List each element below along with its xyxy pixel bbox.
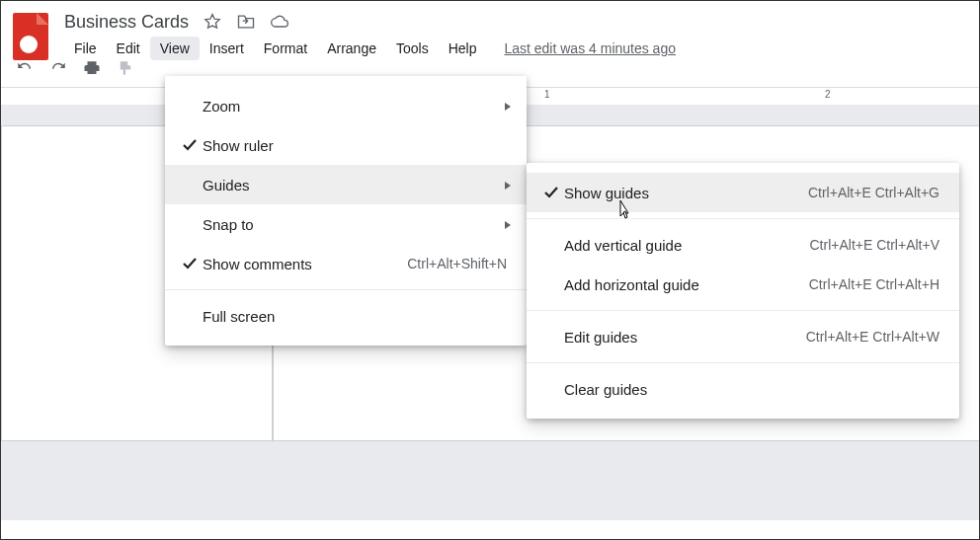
menu-item-show-ruler[interactable]: Show ruler	[165, 125, 527, 165]
ruler-mark: 1	[544, 89, 550, 100]
menu-separator	[527, 218, 959, 219]
star-icon[interactable]	[203, 12, 222, 32]
menu-shortcut: Ctrl+Alt+E Ctrl+Alt+V	[810, 237, 940, 253]
menu-tools[interactable]: Tools	[386, 37, 439, 60]
check-icon	[177, 256, 203, 271]
menu-label: Clear guides	[564, 381, 939, 398]
check-icon	[177, 137, 203, 153]
menu-label: Add horizontal guide	[564, 276, 809, 293]
menu-item-add-horizontal-guide[interactable]: Add horizontal guide Ctrl+Alt+E Ctrl+Alt…	[527, 265, 959, 304]
move-icon[interactable]	[236, 12, 256, 32]
menu-shortcut: Ctrl+Alt+E Ctrl+Alt+W	[806, 329, 939, 345]
menu-label: Zoom	[203, 98, 507, 115]
menu-format[interactable]: Format	[254, 37, 317, 60]
menu-item-zoom[interactable]: Zoom	[165, 86, 527, 125]
menu-item-guides[interactable]: Guides	[165, 165, 527, 204]
menu-view[interactable]: View	[150, 37, 200, 60]
submenu-arrow-icon	[503, 216, 513, 233]
paint-format-button[interactable]	[112, 54, 139, 82]
menu-separator	[527, 362, 959, 363]
menu-item-show-comments[interactable]: Show comments Ctrl+Alt+Shift+N	[165, 244, 527, 283]
menu-label: Add vertical guide	[564, 237, 810, 254]
menu-item-clear-guides[interactable]: Clear guides	[527, 369, 959, 409]
view-menu-dropdown: Zoom Show ruler Guides Snap to Show comm…	[165, 76, 527, 346]
menu-shortcut: Ctrl+Alt+E Ctrl+Alt+G	[808, 185, 939, 200]
menu-shortcut: Ctrl+Alt+Shift+N	[407, 256, 507, 271]
menu-item-show-guides[interactable]: Show guides Ctrl+Alt+E Ctrl+Alt+G	[527, 173, 959, 212]
menu-help[interactable]: Help	[439, 37, 487, 60]
check-icon	[538, 185, 564, 200]
menu-shortcut: Ctrl+Alt+E Ctrl+Alt+H	[809, 276, 939, 292]
menu-separator	[165, 289, 527, 290]
submenu-arrow-icon	[503, 98, 513, 115]
menu-label: Snap to	[203, 216, 507, 233]
menu-label: Guides	[203, 177, 507, 193]
last-edit-link[interactable]: Last edit was 4 minutes ago	[504, 40, 676, 56]
menu-label: Edit guides	[564, 329, 806, 346]
menu-label: Show guides	[564, 185, 808, 201]
guides-submenu: Show guides Ctrl+Alt+E Ctrl+Alt+G Add ve…	[527, 163, 959, 419]
document-title[interactable]: Business Cards	[64, 12, 189, 33]
menu-label: Show ruler	[203, 137, 507, 154]
menu-separator	[527, 310, 959, 311]
cloud-status-icon[interactable]	[270, 12, 289, 32]
app-icon	[13, 13, 48, 60]
menu-label: Full screen	[203, 308, 507, 325]
menu-bar: File Edit View Insert Format Arrange Too…	[64, 35, 676, 62]
menu-arrange[interactable]: Arrange	[317, 37, 386, 60]
redo-button[interactable]	[44, 54, 72, 82]
menu-item-snap-to[interactable]: Snap to	[165, 204, 527, 244]
menu-item-add-vertical-guide[interactable]: Add vertical guide Ctrl+Alt+E Ctrl+Alt+V	[527, 225, 959, 265]
menu-item-full-screen[interactable]: Full screen	[165, 296, 527, 336]
menu-item-edit-guides[interactable]: Edit guides Ctrl+Alt+E Ctrl+Alt+W	[527, 317, 959, 356]
title-bar: Business Cards File Edit View Insert For…	[1, 1, 979, 44]
menu-insert[interactable]: Insert	[200, 37, 254, 60]
submenu-arrow-icon	[503, 177, 513, 193]
ruler-mark: 2	[825, 89, 831, 100]
menu-label: Show comments	[203, 256, 407, 272]
print-button[interactable]	[78, 54, 106, 82]
